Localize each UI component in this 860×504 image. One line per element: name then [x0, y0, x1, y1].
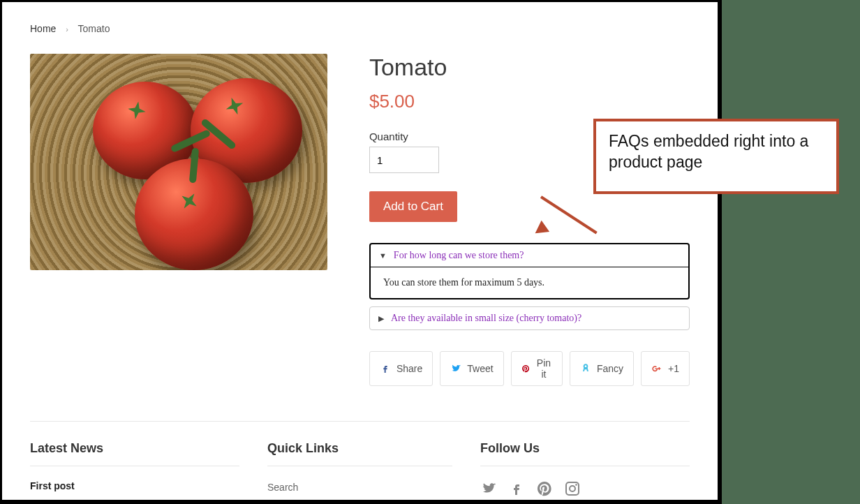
footer-link-about[interactable]: About us: [267, 499, 452, 504]
footer: Latest News First post This is your stor…: [30, 421, 690, 504]
share-pinterest-button[interactable]: Pin it: [511, 351, 563, 386]
svg-point-2: [575, 484, 577, 486]
twitter-follow-icon[interactable]: [480, 480, 497, 497]
add-to-cart-button[interactable]: Add to Cart: [369, 191, 457, 222]
share-fancy-button[interactable]: Fancy: [570, 351, 634, 386]
breadcrumb: Home › Tomato: [30, 23, 690, 34]
share-twitter-label: Tweet: [467, 363, 493, 374]
share-googleplus-button[interactable]: +1: [641, 351, 690, 386]
footer-follow-heading: Follow Us: [480, 441, 690, 466]
caret-right-icon: ▶: [378, 314, 384, 323]
twitter-icon: [450, 363, 461, 374]
share-pinterest-label: Pin it: [535, 357, 552, 380]
googleplus-icon: [651, 363, 662, 374]
pinterest-icon: [521, 363, 530, 374]
faq-question-2[interactable]: ▶ Are they available in small size (cher…: [369, 306, 690, 330]
faq-answer-1: You can store them for maximum 5 days.: [371, 267, 688, 298]
breadcrumb-current: Tomato: [78, 23, 110, 34]
facebook-follow-icon[interactable]: [508, 480, 525, 497]
share-fancy-label: Fancy: [597, 363, 623, 374]
facebook-icon: [380, 363, 391, 374]
annotation-text: FAQs embedded right into a product page: [609, 132, 808, 171]
caret-down-icon: ▼: [379, 251, 387, 260]
pinterest-follow-icon[interactable]: [536, 480, 553, 497]
product-image: [30, 54, 327, 270]
share-twitter-button[interactable]: Tweet: [440, 351, 503, 386]
faq-question-2-text: Are they available in small size (cherry…: [391, 313, 581, 324]
share-row: Share Tweet Pin it Fancy: [369, 351, 690, 386]
svg-point-1: [570, 486, 575, 491]
faq-question-1[interactable]: ▼ For how long can we store them?: [371, 244, 688, 267]
faq-item-open: ▼ For how long can we store them? You ca…: [369, 243, 690, 299]
annotation-callout: FAQs embedded right into a product page: [593, 119, 839, 194]
breadcrumb-home[interactable]: Home: [30, 23, 56, 34]
faq-question-1-text: For how long can we store them?: [394, 250, 524, 261]
footer-news-body: This is your store's blog. You can use i…: [30, 497, 239, 504]
instagram-follow-icon[interactable]: [564, 480, 581, 497]
fancy-icon: [580, 363, 591, 374]
footer-news-title[interactable]: First post: [30, 480, 239, 491]
footer-news-heading: Latest News: [30, 441, 239, 466]
footer-link-search[interactable]: Search: [267, 480, 452, 495]
share-facebook-label: Share: [396, 363, 422, 374]
page-container: Home › Tomato Tomato: [0, 0, 722, 504]
share-facebook-button[interactable]: Share: [369, 351, 433, 386]
product-price: $5.00: [369, 91, 690, 112]
product-title: Tomato: [369, 54, 690, 81]
footer-links-heading: Quick Links: [267, 441, 452, 466]
chevron-right-icon: ›: [66, 25, 68, 34]
share-googleplus-label: +1: [668, 363, 679, 374]
quantity-input[interactable]: [369, 147, 439, 173]
